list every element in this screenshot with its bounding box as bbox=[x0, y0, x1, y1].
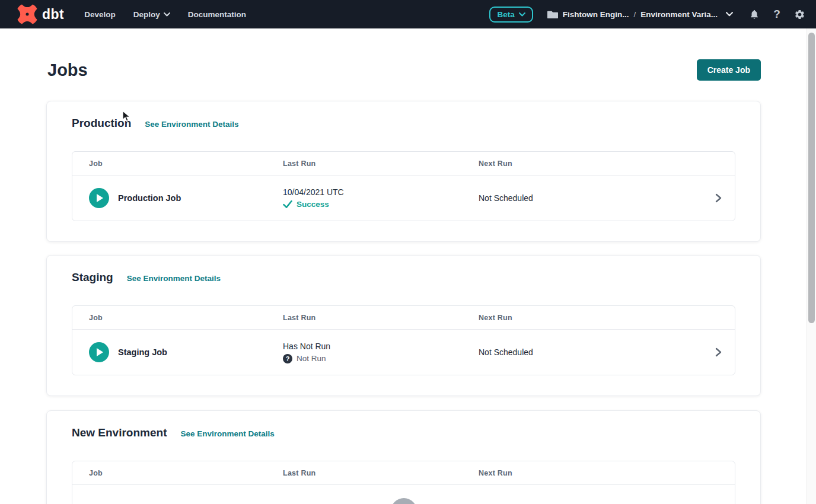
see-environment-details-link[interactable]: See Environment Details bbox=[145, 120, 238, 129]
nav-item-develop[interactable]: Develop bbox=[84, 10, 116, 19]
table-row-staging-job[interactable]: Staging Job Has Not Run ? Not Run Not Sc… bbox=[72, 330, 735, 375]
create-job-button[interactable]: Create Job bbox=[697, 59, 761, 81]
chevron-down-icon bbox=[726, 12, 733, 17]
column-header-job: Job bbox=[89, 314, 283, 322]
breadcrumb[interactable]: Fishtown Engin... / Environment Varia... bbox=[547, 10, 733, 19]
environment-card-production: Production See Environment Details Job L… bbox=[46, 101, 761, 242]
chevron-down-icon bbox=[519, 12, 525, 17]
column-header-last-run: Last Run bbox=[283, 314, 479, 322]
main-content: Jobs Create Job Production See Environme… bbox=[0, 28, 807, 504]
scrollbar-thumb[interactable] bbox=[808, 33, 815, 323]
empty-state: ? bbox=[72, 485, 735, 504]
status-badge: Success bbox=[283, 200, 479, 209]
chevron-right-icon[interactable] bbox=[713, 193, 723, 203]
dbt-logo-text: dbt bbox=[42, 7, 64, 23]
table-header-row: Job Last Run Next Run bbox=[72, 461, 735, 485]
play-job-button[interactable] bbox=[89, 188, 109, 208]
chevron-right-icon[interactable] bbox=[713, 347, 723, 358]
column-header-next-run: Next Run bbox=[479, 469, 699, 477]
page-title: Jobs bbox=[47, 60, 88, 80]
next-run-value: Not Scheduled bbox=[479, 347, 699, 357]
scrollbar-track[interactable] bbox=[807, 28, 816, 504]
table-row-production-job[interactable]: Production Job 10/04/2021 UTC Success No… bbox=[72, 176, 735, 221]
see-environment-details-link[interactable]: See Environment Details bbox=[127, 274, 221, 283]
dbt-logo-icon bbox=[17, 4, 38, 25]
top-navbar: dbt Develop Deploy Documentation Beta Fi… bbox=[0, 0, 816, 28]
environment-name: Production bbox=[72, 117, 131, 130]
check-icon bbox=[283, 200, 292, 208]
question-badge-icon: ? bbox=[283, 354, 292, 363]
table-header-row: Job Last Run Next Run bbox=[72, 152, 735, 176]
jobs-table: Job Last Run Next Run Staging Job Has No… bbox=[72, 305, 735, 375]
environment-card-staging: Staging See Environment Details Job Last… bbox=[46, 255, 761, 396]
jobs-table: Job Last Run Next Run Production Job 10/… bbox=[72, 151, 735, 221]
breadcrumb-separator: / bbox=[633, 10, 636, 19]
column-header-job: Job bbox=[89, 160, 283, 168]
nav-item-documentation[interactable]: Documentation bbox=[188, 10, 246, 19]
help-icon[interactable]: ? bbox=[771, 8, 783, 20]
play-icon bbox=[95, 348, 104, 356]
page-header: Jobs Create Job bbox=[47, 59, 761, 81]
chevron-down-icon bbox=[164, 12, 170, 17]
nav-icon-group: ? bbox=[748, 8, 805, 20]
job-name: Staging Job bbox=[118, 347, 167, 357]
last-run-date: 10/04/2021 UTC bbox=[283, 187, 479, 197]
column-header-next-run: Next Run bbox=[479, 314, 699, 322]
last-run-date: Has Not Run bbox=[283, 342, 479, 351]
notifications-bell-icon[interactable] bbox=[748, 8, 760, 20]
see-environment-details-link[interactable]: See Environment Details bbox=[180, 429, 274, 438]
column-header-job: Job bbox=[89, 469, 283, 477]
folder-icon bbox=[547, 10, 558, 19]
environment-name: New Environment bbox=[72, 426, 167, 439]
nav-item-deploy[interactable]: Deploy bbox=[133, 10, 170, 19]
beta-dropdown-button[interactable]: Beta bbox=[489, 7, 533, 23]
environment-card-new-environment: New Environment See Environment Details … bbox=[46, 410, 761, 504]
column-header-next-run: Next Run bbox=[479, 160, 699, 168]
job-name: Production Job bbox=[118, 193, 181, 203]
status-badge: ? Not Run bbox=[283, 354, 479, 363]
breadcrumb-page[interactable]: Environment Varia... bbox=[640, 10, 718, 19]
next-run-value: Not Scheduled bbox=[479, 193, 699, 203]
environment-name: Staging bbox=[72, 271, 113, 284]
table-header-row: Job Last Run Next Run bbox=[72, 306, 735, 330]
dbt-logo[interactable]: dbt bbox=[17, 4, 64, 25]
play-icon bbox=[95, 194, 104, 202]
column-header-last-run: Last Run bbox=[283, 160, 479, 168]
gear-icon[interactable] bbox=[793, 8, 805, 20]
jobs-table: Job Last Run Next Run ? bbox=[72, 461, 735, 504]
column-header-last-run: Last Run bbox=[283, 469, 479, 477]
play-job-button[interactable] bbox=[89, 342, 109, 362]
empty-state-question-icon: ? bbox=[391, 498, 417, 504]
breadcrumb-project[interactable]: Fishtown Engin... bbox=[563, 10, 629, 19]
nav-menu: Develop Deploy Documentation bbox=[84, 10, 246, 19]
